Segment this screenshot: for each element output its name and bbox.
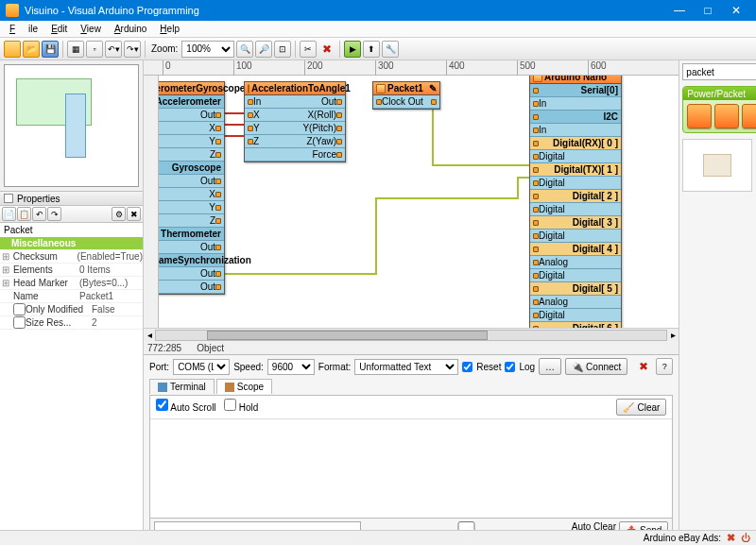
node-arduino-nano[interactable]: Arduino Nano Serial[0]InI2CInDigital(RX)… <box>529 76 622 328</box>
zoom-select[interactable]: 100% <box>181 41 234 58</box>
reset-checkbox[interactable] <box>462 362 472 372</box>
node-acceleration-to-angle[interactable]: AccelerationToAngle1 InOutXX(Roll)YY(Pit… <box>244 81 346 162</box>
new-button[interactable] <box>4 41 21 58</box>
log-checkbox[interactable] <box>505 362 515 372</box>
tab-terminal[interactable]: Terminal <box>149 379 215 394</box>
prop-row[interactable]: ⊞Head Marker(Bytes=0...) <box>0 277 143 290</box>
component-palette: ✖ 👤 ⬇ 📦 ⋮ Power/Packet <box>679 60 756 545</box>
overview-panel[interactable] <box>4 64 139 187</box>
content-area: Properties 📄 📋 ↶ ↷ ⚙ ✖ Packet Miscellane… <box>0 60 756 545</box>
hold-checkbox[interactable] <box>224 399 236 411</box>
maximize-button[interactable]: □ <box>694 0 722 21</box>
clear-button[interactable]: 🧹Clear <box>616 399 666 416</box>
preview-row <box>679 136 756 195</box>
node-accelerometer-gyro[interactable]: elerometerGyroscope1 AccelerometerOutXYZ… <box>159 81 225 295</box>
close-button[interactable]: ✕ <box>722 0 750 21</box>
packet-label: Packet <box>0 223 143 237</box>
prop-btn-2[interactable]: 📋 <box>17 207 31 221</box>
tab-scope[interactable]: Scope <box>216 379 272 394</box>
component-1[interactable] <box>687 104 712 128</box>
menu-edit[interactable]: Edit <box>45 22 73 36</box>
menu-bar: File Edit View Arduino Help <box>0 21 756 38</box>
serial-panel: Port: COM5 (L Speed: 9600 Format: Unform… <box>144 354 679 545</box>
canvas-status: 772:285 Object <box>144 341 679 354</box>
window-titlebar: Visuino - Visual Arduino Programming — □… <box>0 0 756 21</box>
ruler-horizontal: 0100200300400500600 <box>144 60 679 76</box>
zoom-in-button[interactable]: 🔍 <box>236 41 253 58</box>
redo-button[interactable]: ↷▾ <box>124 41 141 58</box>
ads-close-button[interactable]: ✖ <box>727 532 735 544</box>
component-3[interactable] <box>742 104 756 128</box>
menu-file[interactable]: File <box>4 22 43 36</box>
properties-header: Properties <box>0 191 143 206</box>
prop-btn-5[interactable]: ⚙ <box>112 207 126 221</box>
category-title[interactable]: Power/Packet <box>683 87 756 100</box>
properties-toolbar: 📄 📋 ↶ ↷ ⚙ ✖ <box>0 206 143 223</box>
preview-1[interactable] <box>682 139 752 192</box>
prop-group[interactable]: Miscellaneous <box>0 237 143 250</box>
delete-button[interactable]: ✖ <box>318 41 335 58</box>
terminal-icon <box>158 383 167 392</box>
prop-btn-4[interactable]: ↷ <box>47 207 61 221</box>
speed-select[interactable]: 9600 <box>267 359 315 375</box>
serial-help-button[interactable]: ? <box>656 358 673 375</box>
cut-button[interactable]: ✂ <box>300 41 317 58</box>
ads-label: Arduino eBay Ads: <box>644 533 721 543</box>
autoscroll-checkbox[interactable] <box>156 399 168 411</box>
prop-row[interactable]: Size Res...2 <box>0 316 143 330</box>
format-label: Format: <box>318 362 351 372</box>
serial-terminal: Auto Scroll Hold 🧹Clear Auto Clear 📤Send <box>149 395 673 542</box>
prop-row[interactable]: ⊞Checksum(Enabled=True) <box>0 250 143 264</box>
prop-row[interactable]: NamePacket1 <box>0 290 143 303</box>
minimize-button[interactable]: — <box>665 0 694 21</box>
left-panel: Properties 📄 📋 ↶ ↷ ⚙ ✖ Packet Miscellane… <box>0 60 144 545</box>
zoom-out-button[interactable]: 🔎 <box>255 41 272 58</box>
search-input[interactable] <box>682 63 756 80</box>
port-select[interactable]: COM5 (L <box>173 359 230 375</box>
category-panel: Power/Packet <box>682 86 756 133</box>
connect-button[interactable]: 🔌Connect <box>565 358 627 375</box>
board-button[interactable]: 🔧 <box>382 41 399 58</box>
upload-button[interactable]: ⬆ <box>363 41 380 58</box>
log-path-button[interactable]: … <box>539 358 561 375</box>
window-title: Visuino - Visual Arduino Programming <box>25 5 665 16</box>
panel-pin-icon[interactable] <box>4 194 13 203</box>
menu-view[interactable]: View <box>75 22 107 36</box>
node-packet[interactable]: Packet1✎ Clock Out <box>372 81 440 110</box>
app-icon <box>6 4 19 17</box>
speed-label: Speed: <box>233 362 264 372</box>
ads-power-button[interactable]: ⏻ <box>741 533 750 543</box>
packet-icon <box>376 84 386 94</box>
run-button[interactable]: ▶ <box>344 41 361 58</box>
undo-button[interactable]: ↶▾ <box>105 41 122 58</box>
serial-close-button[interactable]: ✖ <box>635 358 652 375</box>
prop-row[interactable]: Only ModifiedFalse <box>0 303 143 316</box>
prop-btn-3[interactable]: ↶ <box>32 207 46 221</box>
canvas-area: 0100200300400500600 elerometerGyroscope1… <box>144 60 679 545</box>
menu-arduino[interactable]: Arduino <box>109 22 152 36</box>
save-button[interactable]: 💾 <box>42 41 59 58</box>
main-toolbar: 📂 💾 ▦ ▫ ↶▾ ↷▾ Zoom: 100% 🔍 🔎 ⊡ ✂ ✖ ▶ ⬆ 🔧 <box>0 38 756 60</box>
ruler-vertical <box>144 76 159 328</box>
zoom-fit-button[interactable]: ⊡ <box>274 41 291 58</box>
scope-icon <box>225 383 234 392</box>
footer-bar: Arduino eBay Ads: ✖ ⏻ <box>0 530 756 545</box>
design-canvas[interactable]: elerometerGyroscope1 AccelerometerOutXYZ… <box>159 76 679 328</box>
canvas-hscroll[interactable]: ◂ ▸ <box>144 328 679 341</box>
zoom-label: Zoom: <box>151 43 178 54</box>
component-2[interactable] <box>714 104 739 128</box>
menu-help[interactable]: Help <box>154 22 185 36</box>
angle-icon <box>248 84 249 94</box>
grid-button[interactable]: ▦ <box>67 41 84 58</box>
board-icon <box>533 76 542 82</box>
snap-button[interactable]: ▫ <box>86 41 103 58</box>
pin[interactable] <box>431 99 437 105</box>
prop-btn-1[interactable]: 📄 <box>2 207 16 221</box>
properties-grid[interactable]: Miscellaneous ⊞Checksum(Enabled=True)⊞El… <box>0 237 143 545</box>
open-button[interactable]: 📂 <box>23 41 40 58</box>
prop-btn-6[interactable]: ✖ <box>127 207 141 221</box>
port-label: Port: <box>149 362 169 372</box>
prop-row[interactable]: ⊞Elements0 Items <box>0 264 143 277</box>
terminal-output[interactable] <box>150 419 672 518</box>
format-select[interactable]: Unformatted Text <box>354 359 458 375</box>
